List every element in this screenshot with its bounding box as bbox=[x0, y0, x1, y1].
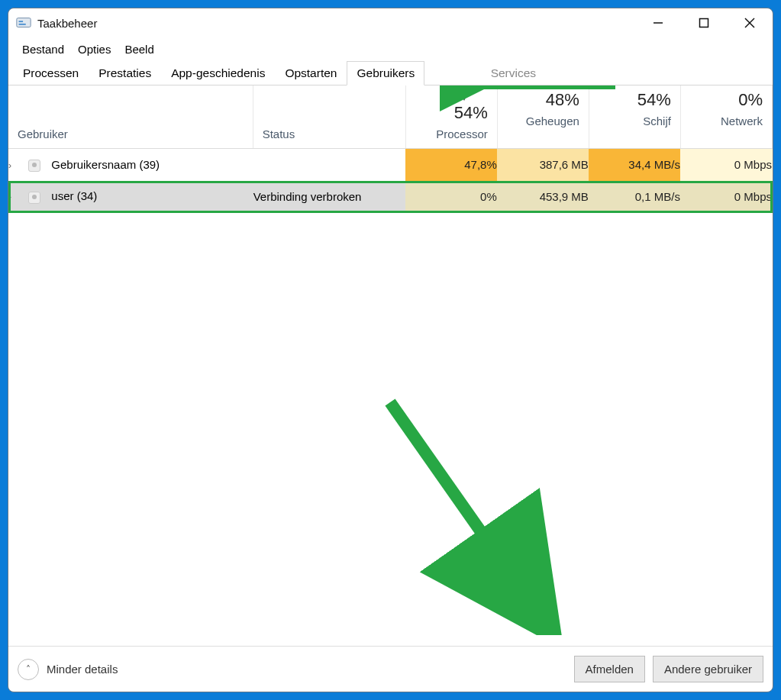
svg-rect-4 bbox=[700, 19, 708, 27]
user-row-selected[interactable]: › user (34) Verbinding verbroken 0% 453,… bbox=[8, 181, 773, 213]
user-cpu: 47,8% bbox=[405, 149, 497, 181]
window-controls bbox=[635, 8, 773, 37]
user-disk: 34,4 MB/s bbox=[589, 149, 680, 181]
user-status bbox=[253, 149, 405, 181]
expand-icon[interactable]: › bbox=[8, 160, 11, 171]
user-name: user (34) bbox=[51, 189, 97, 202]
tab-performance[interactable]: Prestaties bbox=[89, 61, 161, 85]
maximize-button[interactable] bbox=[681, 8, 727, 37]
user-memory: 387,6 MB bbox=[497, 149, 589, 181]
user-network: 0 Mbps bbox=[680, 149, 772, 181]
user-disk: 0,1 MB/s bbox=[589, 181, 680, 213]
user-icon bbox=[28, 192, 40, 204]
content-area: Gebruiker Status ▾ 54% Processor 48% Geh… bbox=[8, 85, 773, 646]
fewer-details-toggle[interactable]: ˄ Minder details bbox=[18, 659, 118, 680]
svg-rect-0 bbox=[17, 18, 31, 27]
menu-view[interactable]: Beeld bbox=[118, 40, 160, 59]
column-header-network[interactable]: 0% Netwerk bbox=[680, 85, 772, 149]
tab-startup[interactable]: Opstarten bbox=[275, 61, 347, 85]
menu-options[interactable]: Opties bbox=[72, 40, 117, 59]
tab-bar: Processen Prestaties App-geschiedenis Op… bbox=[8, 60, 773, 85]
column-header-cpu[interactable]: ▾ 54% Processor bbox=[405, 85, 497, 149]
close-button[interactable] bbox=[727, 8, 773, 37]
footer-bar: ˄ Minder details Afmelden Andere gebruik… bbox=[8, 646, 773, 692]
user-row[interactable]: › Gebruikersnaam (39) 47,8% 387,6 MB 34,… bbox=[8, 149, 773, 181]
column-header-disk[interactable]: 54% Schijf bbox=[589, 85, 680, 149]
user-status: Verbinding verbroken bbox=[253, 181, 405, 213]
column-header-user[interactable]: Gebruiker bbox=[8, 85, 253, 149]
task-manager-window: Taakbeheer Bestand Opties Beeld Processe… bbox=[8, 8, 773, 692]
tab-app-history[interactable]: App-geschiedenis bbox=[161, 61, 275, 85]
chevron-down-icon: ▾ bbox=[462, 92, 466, 103]
user-icon bbox=[28, 160, 40, 172]
svg-line-8 bbox=[390, 402, 543, 620]
svg-rect-1 bbox=[19, 21, 23, 22]
expand-icon[interactable]: › bbox=[8, 192, 11, 202]
switch-user-button[interactable]: Andere gebruiker bbox=[653, 656, 763, 682]
tab-processes[interactable]: Processen bbox=[13, 61, 89, 85]
column-header-memory[interactable]: 48% Geheugen bbox=[497, 85, 589, 149]
app-icon bbox=[15, 14, 33, 32]
user-network: 0 Mbps bbox=[680, 181, 772, 213]
annotation-arrow-icon bbox=[375, 391, 573, 635]
user-name: Gebruikersnaam (39) bbox=[51, 158, 160, 171]
user-memory: 453,9 MB bbox=[497, 181, 589, 213]
chevron-up-icon: ˄ bbox=[18, 659, 39, 680]
menu-bar: Bestand Opties Beeld bbox=[8, 37, 773, 60]
svg-rect-2 bbox=[19, 24, 26, 25]
tab-services[interactable]: Services bbox=[481, 61, 546, 85]
users-table: Gebruiker Status ▾ 54% Processor 48% Geh… bbox=[8, 85, 773, 213]
column-header-status[interactable]: Status bbox=[253, 85, 405, 149]
menu-file[interactable]: Bestand bbox=[16, 40, 70, 59]
title-bar: Taakbeheer bbox=[8, 8, 773, 37]
minimize-button[interactable] bbox=[635, 8, 681, 37]
user-cpu: 0% bbox=[405, 181, 497, 213]
logoff-button[interactable]: Afmelden bbox=[574, 656, 645, 682]
tab-users[interactable]: Gebruikers bbox=[347, 61, 424, 85]
window-title: Taakbeheer bbox=[37, 17, 97, 30]
